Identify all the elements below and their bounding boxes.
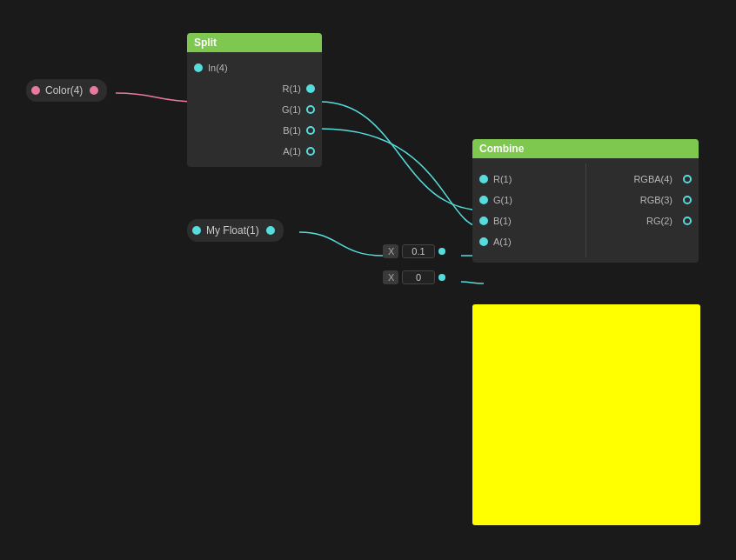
combine-r-row: R(1) [472,169,585,190]
combine-rgba-row: RGBA(4) [586,169,699,190]
combine-rg-port[interactable] [683,217,692,225]
combine-rgb-label: RGB(3) [640,195,672,205]
combine-rgb-row: RGB(3) [586,190,699,210]
combine-rgba-port[interactable] [683,175,692,183]
combine-a-in-port[interactable] [479,237,488,246]
float-output-port[interactable] [192,226,201,235]
combine-g-in-label: G(1) [493,195,512,205]
input-row-2: X 0 [383,270,445,284]
color-node: Color(4) [26,79,107,102]
split-a-row: A(1) [187,141,322,162]
combine-node-header: Combine [472,139,699,158]
combine-b-row: B(1) [472,210,585,231]
split-node-header: Split [187,33,322,52]
x1-out-port[interactable] [438,248,445,255]
combine-g-row: G(1) [472,190,585,210]
float-node: My Float(1) [187,219,284,242]
split-b-row: B(1) [187,120,322,141]
x-value-2[interactable]: 0 [402,270,435,284]
split-r-port[interactable] [306,84,315,93]
split-g-row: G(1) [187,99,322,120]
x-label-2: X [383,270,398,284]
combine-node: Combine R(1) G(1) B(1) A(1) RG [472,139,699,263]
input-row-1: X 0.1 [383,244,445,258]
x-value-1[interactable]: 0.1 [402,244,435,258]
combine-rgba-label: RGBA(4) [633,174,672,184]
combine-a-row: A(1) [472,231,585,252]
combine-a-in-label: A(1) [493,237,512,247]
split-r-label: R(1) [283,83,301,94]
split-input-row: In(4) [187,57,322,78]
combine-rgb-port[interactable] [683,196,692,204]
split-node-body: In(4) R(1) G(1) B(1) A(1) [187,52,322,167]
combine-rg-label: RG(2) [646,216,672,226]
split-g-port[interactable] [306,105,315,114]
x-label-1: X [383,244,398,258]
color-output-port[interactable] [31,86,40,95]
split-node: Split In(4) R(1) G(1) B(1) A(1) [187,33,322,167]
combine-node-body: R(1) G(1) B(1) A(1) RGBA(4) RGB(3) [472,158,699,263]
combine-r-in-label: R(1) [493,174,512,184]
split-b-label: B(1) [283,125,301,136]
combine-rg-row: RG(2) [586,210,699,231]
combine-g-in-port[interactable] [479,196,488,204]
split-in-port[interactable] [194,63,203,72]
split-r-row: R(1) [187,78,322,99]
combine-outputs: RGBA(4) RGB(3) RG(2) [586,163,699,257]
x2-out-port[interactable] [438,274,445,281]
float-input-port[interactable] [266,226,275,235]
color-node-label: Color(4) [45,84,83,97]
float-node-label: My Float(1) [206,224,259,237]
combine-b-in-label: B(1) [493,216,512,226]
split-in-label: In(4) [208,63,228,73]
color-input-port[interactable] [90,86,98,95]
split-a-port[interactable] [306,147,315,156]
combine-inputs: R(1) G(1) B(1) A(1) [472,163,586,257]
split-g-label: G(1) [282,104,301,115]
split-b-port[interactable] [306,126,315,135]
combine-b-in-port[interactable] [479,217,488,225]
combine-r-in-port[interactable] [479,175,488,183]
split-a-label: A(1) [283,146,301,157]
preview-box [472,304,700,525]
